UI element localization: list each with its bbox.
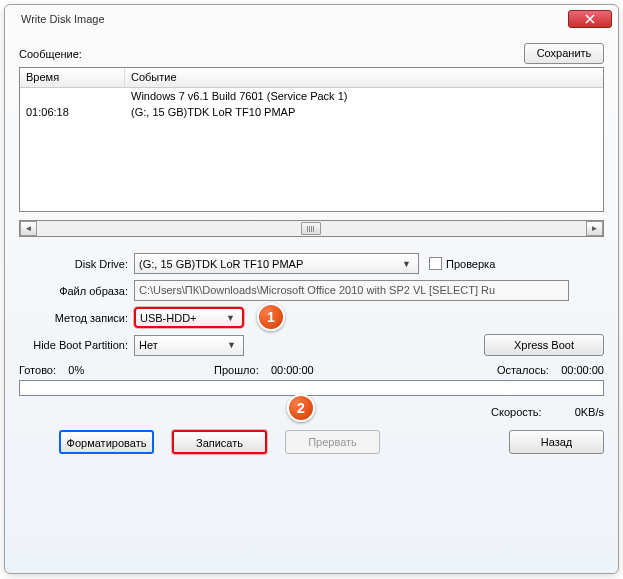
ready-label: Готово: — [19, 364, 56, 376]
scroll-track[interactable] — [37, 221, 586, 236]
log-event-cell: Windows 7 v6.1 Build 7601 (Service Pack … — [125, 90, 603, 106]
hide-boot-value: Нет — [139, 339, 224, 351]
window-title: Write Disk Image — [11, 13, 568, 25]
scroll-thumb[interactable] — [301, 222, 321, 235]
elapsed-label: Прошло: — [214, 364, 259, 376]
titlebar: Write Disk Image — [5, 5, 618, 33]
image-file-field[interactable]: C:\Users\ПК\Downloads\Microsoft Office 2… — [134, 280, 569, 301]
xpress-boot-button[interactable]: Xpress Boot — [484, 334, 604, 356]
log-body: Windows 7 v6.1 Build 7601 (Service Pack … — [20, 88, 603, 211]
speed-value: 0KB/s — [575, 406, 604, 418]
disk-drive-label: Disk Drive: — [19, 258, 134, 270]
window-frame: Write Disk Image Сообщение: Сохранить Вр… — [4, 4, 619, 574]
log-header: Время Событие — [20, 68, 603, 88]
log-time-cell: 01:06:18 — [20, 106, 125, 122]
format-button[interactable]: Форматировать — [59, 430, 154, 454]
ready-value: 0% — [68, 364, 84, 376]
save-button[interactable]: Сохранить — [524, 43, 604, 64]
scroll-right-arrow[interactable]: ► — [586, 221, 603, 236]
verify-checkbox[interactable] — [429, 257, 442, 270]
disk-drive-value: (G:, 15 GB)TDK LoR TF10 PMAP — [139, 258, 399, 270]
write-method-combo[interactable]: USB-HDD+ ▼ — [134, 307, 244, 328]
log-time-cell — [20, 90, 125, 106]
horizontal-scrollbar[interactable]: ◄ ► — [19, 220, 604, 237]
log-listview[interactable]: Время Событие Windows 7 v6.1 Build 7601 … — [19, 67, 604, 212]
write-method-value: USB-HDD+ — [140, 312, 223, 324]
write-button[interactable]: Записать — [172, 430, 267, 454]
annotation-badge-2: 2 — [287, 394, 315, 422]
hide-boot-label: Hide Boot Partition: — [19, 339, 134, 351]
remain-label: Осталось: — [497, 364, 549, 376]
hide-boot-combo[interactable]: Нет ▼ — [134, 335, 244, 356]
log-header-event[interactable]: Событие — [125, 68, 603, 87]
chevron-down-icon: ▼ — [224, 340, 239, 350]
back-button[interactable]: Назад — [509, 430, 604, 454]
disk-drive-combo[interactable]: (G:, 15 GB)TDK LoR TF10 PMAP ▼ — [134, 253, 419, 274]
log-header-time[interactable]: Время — [20, 68, 125, 87]
elapsed-value: 00:00:00 — [271, 364, 314, 376]
progress-bar — [19, 380, 604, 396]
log-event-cell: (G:, 15 GB)TDK LoR TF10 PMAP — [125, 106, 603, 122]
list-item[interactable]: 01:06:18 (G:, 15 GB)TDK LoR TF10 PMAP — [20, 106, 603, 122]
verify-label: Проверка — [446, 258, 495, 270]
list-item[interactable]: Windows 7 v6.1 Build 7601 (Service Pack … — [20, 90, 603, 106]
abort-button: Прервать — [285, 430, 380, 454]
message-label: Сообщение: — [19, 48, 524, 60]
speed-label: Скорость: — [491, 406, 542, 418]
close-icon — [585, 14, 595, 24]
write-method-label: Метод записи: — [19, 312, 134, 324]
chevron-down-icon: ▼ — [399, 259, 414, 269]
chevron-down-icon: ▼ — [223, 313, 238, 323]
remain-value: 00:00:00 — [561, 364, 604, 376]
close-button[interactable] — [568, 10, 612, 28]
scroll-left-arrow[interactable]: ◄ — [20, 221, 37, 236]
annotation-badge-1: 1 — [257, 303, 285, 331]
image-file-label: Файл образа: — [19, 285, 134, 297]
